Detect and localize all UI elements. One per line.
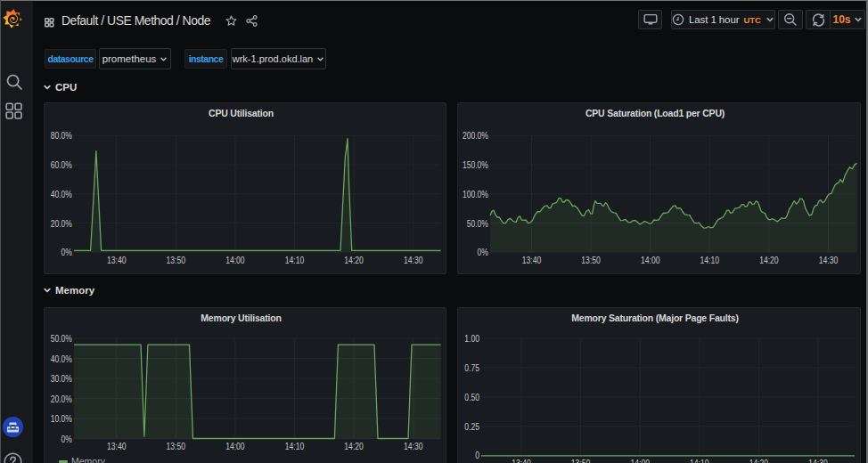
svg-text:150.0%: 150.0% [463,159,488,170]
svg-text:13:40: 13:40 [522,255,542,265]
svg-text:13:40: 13:40 [512,458,531,463]
svg-text:14:10: 14:10 [700,255,720,265]
svg-text:13:40: 13:40 [107,441,127,451]
svg-text:0%: 0% [61,434,73,444]
svg-text:14:20: 14:20 [344,441,364,451]
svg-text:20.0%: 20.0% [51,394,72,404]
svg-text:60.0%: 60.0% [51,159,72,170]
svg-text:1.00: 1.00 [464,333,479,344]
svg-text:100.0%: 100.0% [463,189,488,199]
svg-text:13:40: 13:40 [107,255,127,265]
svg-text:14:10: 14:10 [690,458,709,463]
svg-text:20.0%: 20.0% [51,218,72,229]
svg-text:200.0%: 200.0% [463,130,488,141]
svg-text:14:10: 14:10 [285,441,305,451]
svg-text:14:30: 14:30 [404,441,423,451]
svg-text:13:50: 13:50 [571,458,591,463]
svg-text:14:20: 14:20 [749,458,769,463]
svg-text:14:30: 14:30 [404,255,423,265]
svg-text:30.0%: 30.0% [51,373,72,384]
svg-text:13:50: 13:50 [581,255,601,265]
svg-text:0.25: 0.25 [464,421,479,432]
svg-text:50.0%: 50.0% [467,218,488,229]
svg-text:0%: 0% [61,247,73,257]
svg-text:0: 0 [475,450,479,460]
svg-text:14:10: 14:10 [285,255,305,265]
svg-text:0%: 0% [478,247,489,257]
svg-text:14:20: 14:20 [759,255,779,265]
svg-text:0.75: 0.75 [464,362,479,373]
svg-text:14:00: 14:00 [225,441,245,451]
svg-text:14:00: 14:00 [225,255,245,265]
svg-text:14:30: 14:30 [819,255,839,265]
svg-text:14:30: 14:30 [808,458,828,463]
svg-text:14:20: 14:20 [344,255,364,265]
svg-text:10.0%: 10.0% [51,413,72,424]
svg-text:13:50: 13:50 [167,441,186,451]
svg-text:80.0%: 80.0% [51,130,72,141]
svg-text:40.0%: 40.0% [51,189,72,199]
svg-text:14:00: 14:00 [630,458,650,463]
svg-text:0.50: 0.50 [464,392,479,402]
svg-text:14:00: 14:00 [641,255,660,265]
svg-text:50.0%: 50.0% [51,333,72,344]
svg-text:13:50: 13:50 [167,255,186,265]
svg-text:40.0%: 40.0% [51,353,72,364]
